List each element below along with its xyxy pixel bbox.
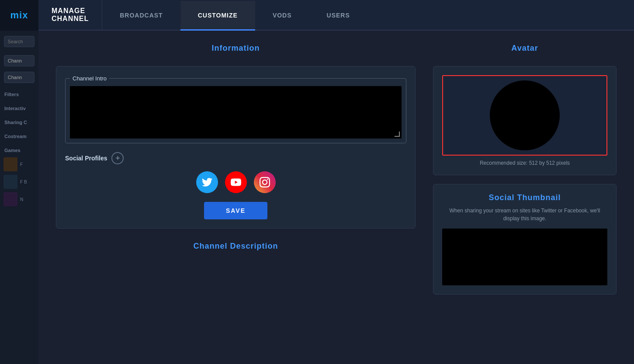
page-body: Information Channel Intro Social Profile… (38, 31, 634, 364)
sidebar-games-label: Games (0, 145, 38, 156)
social-profiles-header: Social Profiles + (65, 152, 406, 164)
avatar-hint: Recommended size: 512 by 512 pixels (480, 160, 570, 166)
sidebar-costream-label: Costream (0, 131, 38, 142)
avatar-image-container[interactable] (442, 75, 607, 156)
tab-users[interactable]: USERS (309, 1, 367, 31)
social-profiles-section: Social Profiles + (65, 152, 406, 219)
instagram-icon[interactable] (254, 171, 276, 193)
sidebar-interactive-label: Interactiv (0, 103, 38, 114)
avatar-image (490, 80, 560, 150)
channel-description-title: Channel Description (56, 242, 416, 251)
thumbnail-preview-image[interactable] (442, 229, 607, 285)
sidebar-game-item-1[interactable]: F (0, 156, 38, 173)
add-social-button[interactable]: + (111, 152, 124, 164)
sidebar-game-item-2[interactable]: F B (0, 173, 38, 191)
social-profiles-label: Social Profiles (65, 155, 107, 162)
tab-customize[interactable]: CUSTOMIZE (180, 1, 255, 31)
avatar-section-title: Avatar (433, 44, 617, 53)
sidebar-sharing-label: Sharing C (0, 117, 38, 128)
tab-broadcast[interactable]: BROADCAST (102, 1, 180, 31)
channel-intro-fieldset: Channel Intro (65, 75, 406, 143)
game-thumb-1 (3, 157, 17, 171)
social-thumbnail-card: Social Thumbnail When sharing your strea… (433, 184, 617, 295)
game-thumb-2 (3, 175, 17, 189)
nav-tabs: BROADCAST CUSTOMIZE VODS USERS (102, 0, 367, 30)
game-title-1: F (20, 162, 23, 167)
main-content: MANAGECHANNEL BROADCAST CUSTOMIZE VODS U… (38, 0, 634, 364)
top-nav: MANAGECHANNEL BROADCAST CUSTOMIZE VODS U… (38, 0, 634, 31)
tab-vods[interactable]: VODS (255, 1, 309, 31)
game-title-3: N (20, 197, 23, 202)
sidebar-channel-item-1[interactable]: Chann (4, 55, 35, 66)
logo-area: mix (0, 0, 38, 31)
save-button[interactable]: SAVE (204, 202, 267, 219)
twitter-icon[interactable] (196, 171, 218, 193)
channel-intro-video[interactable] (70, 86, 402, 139)
social-icons-row (65, 171, 406, 193)
information-card: Channel Intro Social Profiles + (56, 66, 416, 229)
logo: mix (10, 10, 28, 21)
game-thumb-3 (3, 192, 17, 206)
sidebar: mix Chann Chann Filters Interactiv Shari… (0, 0, 38, 364)
game-title-2: F B (20, 180, 27, 184)
information-section-title: Information (56, 44, 416, 53)
thumbnail-description: When sharing your stream on sites like T… (442, 207, 607, 222)
right-column: Avatar Recommended size: 512 by 512 pixe… (433, 44, 617, 351)
channel-intro-legend: Channel Intro (70, 75, 109, 82)
sidebar-game-item-3[interactable]: N (0, 191, 38, 208)
youtube-icon[interactable] (225, 171, 247, 193)
sidebar-channel-item-2[interactable]: Chann (4, 72, 35, 83)
manage-channel-title: MANAGECHANNEL (38, 0, 102, 30)
left-column: Information Channel Intro Social Profile… (56, 44, 416, 351)
social-thumbnail-title: Social Thumbnail (442, 193, 607, 202)
avatar-card: Recommended size: 512 by 512 pixels (433, 66, 617, 175)
search-input[interactable] (4, 36, 35, 47)
sidebar-filters-label: Filters (0, 89, 38, 100)
